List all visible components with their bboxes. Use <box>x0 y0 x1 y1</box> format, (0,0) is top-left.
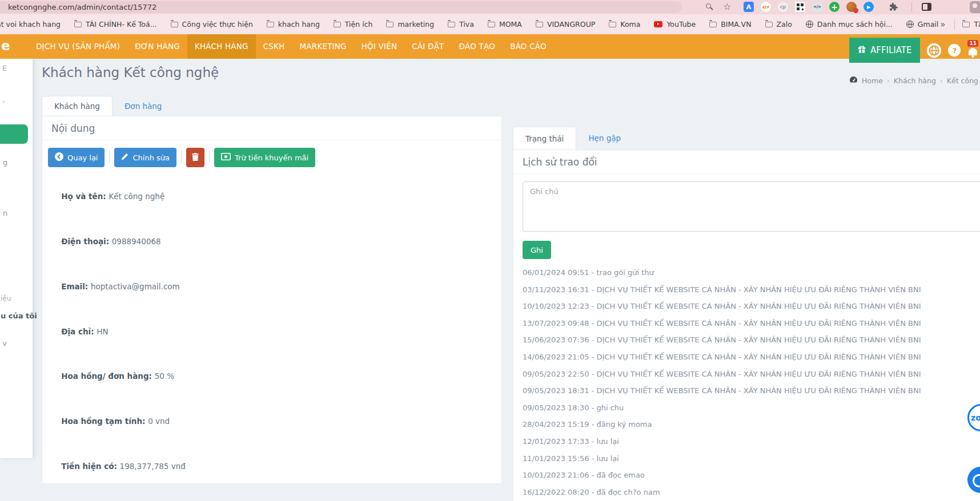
action-buttons: Quay lại Chỉnh sửa Trừ tiền khuyến mãi <box>42 140 501 167</box>
nav-item-dao-tao[interactable]: ĐÀO TẠO <box>452 34 503 59</box>
bookmark-label: Tiện ích <box>345 20 373 29</box>
nav-item-khach-hang[interactable]: KHÁCH HÀNG <box>187 34 256 59</box>
sidebar-item-fragment[interactable]: - <box>2 97 5 106</box>
tab-don-hang[interactable]: Đơn hàng <box>113 96 174 116</box>
history-entry: 11/01/2023 15:56 - lưu lại <box>523 454 980 463</box>
detail-field: Email: hoptactiva@gmail.com <box>51 269 353 304</box>
devtools-icon[interactable]: </> <box>812 2 822 12</box>
bookmark-item[interactable]: Zalo <box>765 20 792 29</box>
history-entry: 28/04/2023 15:19 - đăng ký moma <box>523 420 980 429</box>
affiliate-label: AFFILIATE <box>870 45 911 55</box>
profile-avatar[interactable] <box>970 1 980 13</box>
globe-icon[interactable] <box>927 43 941 58</box>
nav-item-cai-dat[interactable]: CÀI ĐẶT <box>404 34 451 59</box>
sidebar-item-fragment[interactable]: iệu <box>1 294 11 302</box>
sidebar-item-fragment[interactable]: v <box>2 339 7 348</box>
bookmark-item[interactable]: Tiva <box>448 20 474 29</box>
back-button[interactable]: Quay lại <box>48 148 105 167</box>
bookmark-item[interactable]: BIMA.VN <box>709 20 751 29</box>
tab-khach-hang[interactable]: Khách hàng <box>42 96 113 116</box>
bookmarks-list: at voi khach hang TÀI CHÍNH- Kế Toá... C… <box>0 20 938 29</box>
nav-item-hoi-vien[interactable]: HỘI VIÊN <box>354 34 405 59</box>
bookmark-item[interactable]: Koma <box>609 20 640 29</box>
bookmark-label: marketing <box>397 20 434 29</box>
bookmark-item[interactable]: TÀI CHÍNH- Kế Toá... <box>74 20 157 29</box>
sidebar-item-fragment[interactable]: u của tôi <box>1 312 37 320</box>
breadcrumb-home[interactable]: Home <box>862 76 883 85</box>
nav-item-cskh[interactable]: CSKH <box>256 34 292 59</box>
pencil-icon <box>121 153 128 162</box>
translate-icon[interactable]: A <box>744 2 754 12</box>
health-plus-icon[interactable]: + <box>829 2 840 12</box>
note-input[interactable] <box>523 181 980 232</box>
bookmark-item[interactable]: MOMA <box>488 20 522 29</box>
bookmark-star-icon[interactable]: ☆ <box>723 1 731 13</box>
notifications-button[interactable]: 11 <box>967 40 978 55</box>
money-icon <box>221 153 231 162</box>
button-separator <box>209 151 210 164</box>
toolbar-divider <box>911 2 912 11</box>
cookie-icon[interactable] <box>846 2 857 12</box>
bookmark-item[interactable]: marketing <box>386 20 434 29</box>
qr-code-icon[interactable] <box>795 2 805 12</box>
edit-button[interactable]: Chỉnh sửa <box>114 148 176 167</box>
bookmark-item[interactable]: VIDANGROUP <box>536 20 595 29</box>
bookmark-label: Koma <box>620 20 640 29</box>
edit-label: Chỉnh sửa <box>132 153 170 162</box>
zoom-icon[interactable] <box>706 3 711 9</box>
history-entry: 12/01/2023 17:33 - lưu lại <box>523 437 980 446</box>
delete-button[interactable] <box>186 148 204 167</box>
bookmarks-divider <box>954 19 955 30</box>
video-extension-icon[interactable]: ▶ <box>863 2 874 12</box>
folder-icon <box>448 22 455 27</box>
bookmark-label: Công việc thực hiện <box>182 20 253 29</box>
nav-item-bao-cao[interactable]: BÁO CÁO <box>503 34 554 59</box>
nav-item-dich-vu[interactable]: DỊCH VỤ (SẢN PHẨM) <box>29 34 127 59</box>
cp-icon[interactable]: cp <box>778 2 788 12</box>
subtract-promo-button[interactable]: Trừ tiền khuyến mãi <box>214 148 315 167</box>
sidebar-item-fragment[interactable]: E <box>2 64 7 72</box>
bookmark-item[interactable]: at voi khach hang <box>0 20 61 29</box>
bookmark-item[interactable]: YouTube <box>654 20 696 29</box>
breadcrumb-khach-hang[interactable]: Khách hàng <box>894 76 936 85</box>
button-separator <box>109 151 110 164</box>
detail-field: Họ và tên: Kết công nghệ <box>51 179 353 214</box>
folder-icon <box>488 22 495 27</box>
bookmarks-overflow-chevron[interactable]: » <box>938 19 947 30</box>
url-text: ketcongnghe.com/admin/contact/15772 <box>8 3 156 11</box>
sidebar-item-fragment[interactable]: n <box>3 209 7 217</box>
bookmark-label: Zalo <box>777 20 792 29</box>
button-separator <box>181 151 182 164</box>
save-note-button[interactable]: Ghi <box>523 241 551 259</box>
status-tabs: Trạng thái Hẹn gặp <box>513 127 633 150</box>
bookmark-item[interactable]: Danh mục sách hội... <box>806 20 893 29</box>
logo-fragment[interactable]: e <box>1 38 10 53</box>
nav-item-don-hang[interactable]: ĐƠN HÀNG <box>127 34 187 59</box>
sidebar-item-fragment[interactable]: g <box>3 158 7 167</box>
field-label: Email: <box>61 282 91 291</box>
bookmark-item[interactable]: Công việc thực hiện <box>171 20 253 29</box>
field-label: Tiền hiện có: <box>61 462 119 471</box>
bookmark-item[interactable]: Gmail <box>906 20 938 29</box>
bookmark-label: VIDANGROUP <box>547 20 595 29</box>
url-bar[interactable]: ketcongnghe.com/admin/contact/15772 <box>0 1 682 13</box>
globe-icon <box>906 21 914 28</box>
nav-menu: DỊCH VỤ (SẢN PHẨM)ĐƠN HÀNGKHÁCH HÀNGCSKH… <box>29 34 554 59</box>
bookmark-item[interactable]: khach hang <box>267 20 320 29</box>
nav-item-marketing[interactable]: MARKETING <box>292 34 354 59</box>
screen: ketcongnghe.com/admin/contact/15772 ☆ AA… <box>0 0 980 501</box>
history-entry: 10/01/2023 21:06 - đã đọc emao <box>523 471 980 480</box>
tab-trang-thai[interactable]: Trạng thái <box>513 127 576 150</box>
atp-icon[interactable]: ATP <box>761 2 771 12</box>
bookmark-item[interactable]: Tiện ích <box>334 20 373 29</box>
sidebar-active-item[interactable] <box>0 124 28 144</box>
extensions-puzzle-icon[interactable] <box>889 2 898 12</box>
help-icon[interactable]: ? <box>948 44 961 56</box>
history-entry: 06/01/2024 09:51 - trao gói gửi thư <box>523 268 980 277</box>
all-bookmarks-folder[interactable]: Tất cả dấ <box>962 20 980 29</box>
detail-field: Địa chỉ: HN <box>51 314 353 349</box>
folder-icon <box>74 22 82 27</box>
affiliate-button[interactable]: AFFILIATE <box>849 38 920 63</box>
tab-hen-gap[interactable]: Hẹn gặp <box>576 127 633 150</box>
side-panel-icon[interactable] <box>922 3 931 11</box>
